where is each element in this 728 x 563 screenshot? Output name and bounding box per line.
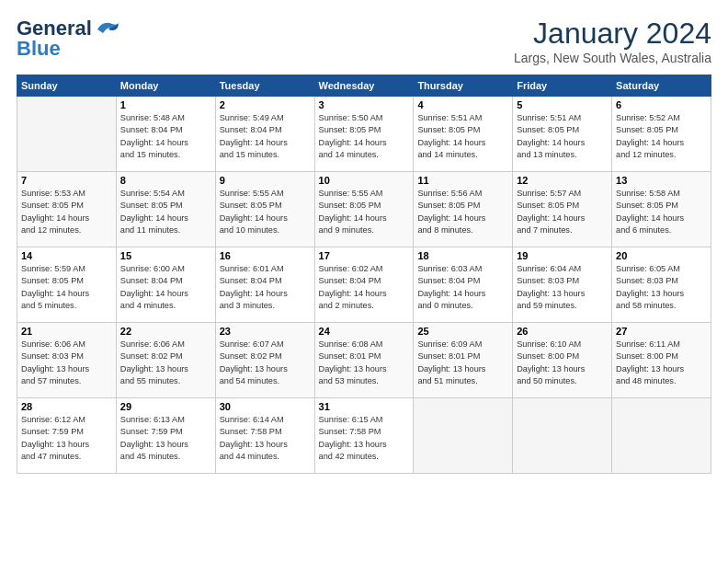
day-info: Sunrise: 6:10 AM Sunset: 8:00 PM Dayligh… <box>517 339 608 387</box>
calendar-cell: 5Sunrise: 5:51 AM Sunset: 8:05 PM Daylig… <box>513 97 612 172</box>
day-info: Sunrise: 6:05 AM Sunset: 8:03 PM Dayligh… <box>616 263 707 312</box>
calendar-cell: 4Sunrise: 5:51 AM Sunset: 8:05 PM Daylig… <box>414 97 513 172</box>
day-info: Sunrise: 6:01 AM Sunset: 8:04 PM Dayligh… <box>220 263 311 312</box>
day-number: 12 <box>517 175 608 186</box>
calendar-cell: 13Sunrise: 5:58 AM Sunset: 8:05 PM Dayli… <box>612 172 711 247</box>
weekday-header-saturday: Saturday <box>612 75 711 97</box>
calendar-cell <box>414 398 513 474</box>
calendar-cell: 15Sunrise: 6:00 AM Sunset: 8:04 PM Dayli… <box>116 247 215 323</box>
day-info: Sunrise: 5:55 AM Sunset: 8:05 PM Dayligh… <box>220 188 311 236</box>
calendar-cell: 25Sunrise: 6:09 AM Sunset: 8:01 PM Dayli… <box>414 323 513 398</box>
day-number: 22 <box>120 326 211 337</box>
weekday-header-friday: Friday <box>513 75 612 97</box>
day-number: 9 <box>220 175 311 186</box>
weekday-header-tuesday: Tuesday <box>215 75 314 97</box>
day-number: 29 <box>120 401 211 412</box>
calendar-cell: 22Sunrise: 6:06 AM Sunset: 8:02 PM Dayli… <box>116 323 215 398</box>
calendar-cell: 7Sunrise: 5:53 AM Sunset: 8:05 PM Daylig… <box>17 172 117 247</box>
calendar-cell: 1Sunrise: 5:48 AM Sunset: 8:04 PM Daylig… <box>116 97 215 172</box>
day-number: 3 <box>319 99 410 110</box>
weekday-header-thursday: Thursday <box>414 75 513 97</box>
day-number: 2 <box>220 99 311 110</box>
calendar-cell: 19Sunrise: 6:04 AM Sunset: 8:03 PM Dayli… <box>513 247 612 323</box>
calendar-table: SundayMondayTuesdayWednesdayThursdayFrid… <box>17 75 711 474</box>
day-info: Sunrise: 6:08 AM Sunset: 8:01 PM Dayligh… <box>319 339 410 387</box>
day-number: 5 <box>517 99 608 110</box>
day-info: Sunrise: 5:51 AM Sunset: 8:05 PM Dayligh… <box>417 112 508 161</box>
day-number: 13 <box>616 175 707 186</box>
location: Largs, New South Wales, Australia <box>514 51 711 65</box>
calendar-cell: 24Sunrise: 6:08 AM Sunset: 8:01 PM Dayli… <box>314 323 414 398</box>
day-number: 16 <box>220 250 311 261</box>
day-info: Sunrise: 5:48 AM Sunset: 8:04 PM Dayligh… <box>120 112 211 161</box>
title-section: January 2024 Largs, New South Wales, Aus… <box>514 17 711 65</box>
calendar-week-2: 7Sunrise: 5:53 AM Sunset: 8:05 PM Daylig… <box>17 172 711 247</box>
calendar-cell: 30Sunrise: 6:14 AM Sunset: 7:58 PM Dayli… <box>215 398 314 474</box>
day-number: 25 <box>417 326 508 337</box>
day-number: 24 <box>319 326 410 337</box>
calendar-cell: 31Sunrise: 6:15 AM Sunset: 7:58 PM Dayli… <box>314 398 414 474</box>
day-number: 27 <box>616 326 707 337</box>
day-info: Sunrise: 6:09 AM Sunset: 8:01 PM Dayligh… <box>417 339 508 387</box>
day-number: 23 <box>220 326 311 337</box>
day-info: Sunrise: 5:52 AM Sunset: 8:05 PM Dayligh… <box>616 112 707 161</box>
calendar-cell <box>17 97 117 172</box>
day-info: Sunrise: 6:13 AM Sunset: 7:59 PM Dayligh… <box>120 414 211 463</box>
day-info: Sunrise: 5:53 AM Sunset: 8:05 PM Dayligh… <box>21 188 112 236</box>
day-info: Sunrise: 6:06 AM Sunset: 8:02 PM Dayligh… <box>120 339 211 387</box>
day-number: 14 <box>21 250 112 261</box>
calendar-cell <box>513 398 612 474</box>
day-number: 26 <box>517 326 608 337</box>
weekday-header-wednesday: Wednesday <box>314 75 414 97</box>
day-info: Sunrise: 6:04 AM Sunset: 8:03 PM Dayligh… <box>517 263 608 312</box>
calendar-cell: 9Sunrise: 5:55 AM Sunset: 8:05 PM Daylig… <box>215 172 314 247</box>
day-info: Sunrise: 6:03 AM Sunset: 8:04 PM Dayligh… <box>417 263 508 312</box>
day-number: 1 <box>120 99 211 110</box>
calendar-cell: 18Sunrise: 6:03 AM Sunset: 8:04 PM Dayli… <box>414 247 513 323</box>
calendar-cell: 14Sunrise: 5:59 AM Sunset: 8:05 PM Dayli… <box>17 247 117 323</box>
calendar-cell: 23Sunrise: 6:07 AM Sunset: 8:02 PM Dayli… <box>215 323 314 398</box>
logo-bird-icon <box>94 18 121 39</box>
day-number: 28 <box>21 401 112 412</box>
day-info: Sunrise: 5:49 AM Sunset: 8:04 PM Dayligh… <box>220 112 311 161</box>
day-info: Sunrise: 5:55 AM Sunset: 8:05 PM Dayligh… <box>319 188 410 236</box>
day-number: 15 <box>120 250 211 261</box>
day-info: Sunrise: 6:15 AM Sunset: 7:58 PM Dayligh… <box>319 414 410 463</box>
calendar-cell <box>612 398 711 474</box>
day-number: 4 <box>417 99 508 110</box>
day-number: 20 <box>616 250 707 261</box>
day-info: Sunrise: 6:11 AM Sunset: 8:00 PM Dayligh… <box>616 339 707 387</box>
calendar-cell: 26Sunrise: 6:10 AM Sunset: 8:00 PM Dayli… <box>513 323 612 398</box>
calendar-cell: 8Sunrise: 5:54 AM Sunset: 8:05 PM Daylig… <box>116 172 215 247</box>
day-number: 19 <box>517 250 608 261</box>
day-number: 30 <box>220 401 311 412</box>
day-info: Sunrise: 6:06 AM Sunset: 8:03 PM Dayligh… <box>21 339 112 387</box>
day-number: 6 <box>616 99 707 110</box>
calendar-week-4: 21Sunrise: 6:06 AM Sunset: 8:03 PM Dayli… <box>17 323 711 398</box>
day-info: Sunrise: 5:51 AM Sunset: 8:05 PM Dayligh… <box>517 112 608 161</box>
calendar-cell: 11Sunrise: 5:56 AM Sunset: 8:05 PM Dayli… <box>414 172 513 247</box>
day-number: 18 <box>417 250 508 261</box>
calendar-cell: 12Sunrise: 5:57 AM Sunset: 8:05 PM Dayli… <box>513 172 612 247</box>
calendar-cell: 10Sunrise: 5:55 AM Sunset: 8:05 PM Dayli… <box>314 172 414 247</box>
day-info: Sunrise: 5:58 AM Sunset: 8:05 PM Dayligh… <box>616 188 707 236</box>
day-info: Sunrise: 6:14 AM Sunset: 7:58 PM Dayligh… <box>220 414 311 463</box>
day-info: Sunrise: 5:57 AM Sunset: 8:05 PM Dayligh… <box>517 188 608 236</box>
day-number: 31 <box>319 401 410 412</box>
day-number: 17 <box>319 250 410 261</box>
day-info: Sunrise: 6:12 AM Sunset: 7:59 PM Dayligh… <box>21 414 112 463</box>
calendar-cell: 2Sunrise: 5:49 AM Sunset: 8:04 PM Daylig… <box>215 97 314 172</box>
page: General Blue January 2024 Largs, New Sou… <box>0 0 728 485</box>
day-info: Sunrise: 5:54 AM Sunset: 8:05 PM Dayligh… <box>120 188 211 236</box>
weekday-header-monday: Monday <box>116 75 215 97</box>
calendar-cell: 21Sunrise: 6:06 AM Sunset: 8:03 PM Dayli… <box>17 323 117 398</box>
calendar-cell: 17Sunrise: 6:02 AM Sunset: 8:04 PM Dayli… <box>314 247 414 323</box>
calendar-cell: 3Sunrise: 5:50 AM Sunset: 8:05 PM Daylig… <box>314 97 414 172</box>
calendar-week-5: 28Sunrise: 6:12 AM Sunset: 7:59 PM Dayli… <box>17 398 711 474</box>
logo: General Blue <box>17 17 121 61</box>
calendar-cell: 16Sunrise: 6:01 AM Sunset: 8:04 PM Dayli… <box>215 247 314 323</box>
day-info: Sunrise: 6:07 AM Sunset: 8:02 PM Dayligh… <box>220 339 311 387</box>
weekday-header-sunday: Sunday <box>17 75 117 97</box>
day-number: 8 <box>120 175 211 186</box>
day-info: Sunrise: 6:00 AM Sunset: 8:04 PM Dayligh… <box>120 263 211 312</box>
